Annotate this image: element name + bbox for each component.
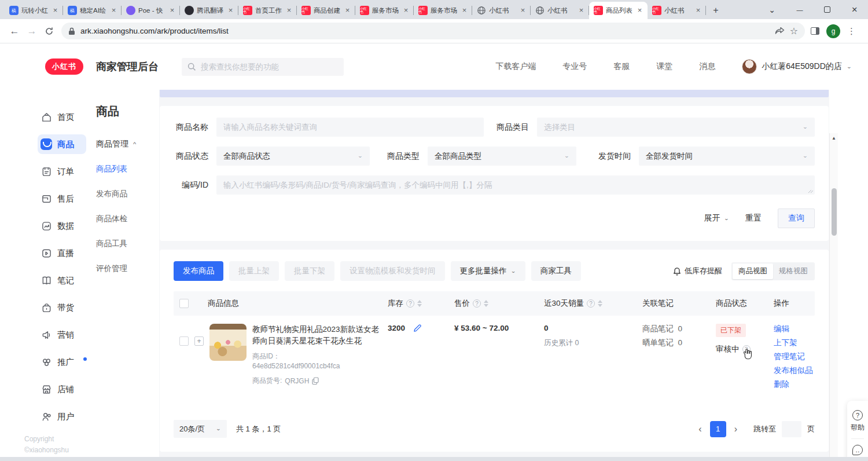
- expand-row-icon[interactable]: +: [194, 336, 204, 346]
- reset-button[interactable]: 重置: [745, 213, 762, 224]
- share-icon[interactable]: [775, 27, 785, 35]
- merchant-tools-button[interactable]: 商家工具: [531, 261, 581, 281]
- batch-off-shelf-button[interactable]: 批量下架: [285, 261, 334, 281]
- submenu-group-product-management[interactable]: 商品管理^: [96, 139, 159, 149]
- nav-customer-service[interactable]: 客服: [613, 61, 630, 72]
- nav-classroom[interactable]: 课堂: [656, 61, 672, 72]
- copy-icon[interactable]: [312, 377, 319, 385]
- nav-professional-account[interactable]: 专业号: [562, 61, 587, 72]
- scroll-up-icon[interactable]: ▲: [832, 136, 836, 141]
- category-select[interactable]: 选择类目 ⌄: [537, 118, 815, 137]
- forward-icon[interactable]: →: [23, 23, 41, 40]
- tab-close-icon[interactable]: ×: [518, 6, 527, 15]
- logistics-template-button[interactable]: 设置物流模板和发货时间: [340, 261, 445, 281]
- shipping-time-select[interactable]: 全部发货时间 ⌄: [639, 147, 815, 166]
- help-icon[interactable]: ?: [587, 299, 595, 308]
- bookmark-star-icon[interactable]: ☆: [790, 25, 798, 36]
- browser-tab[interactable]: 稿玩转小红×: [5, 2, 63, 19]
- help-icon[interactable]: ?: [406, 299, 414, 308]
- product-title[interactable]: 教师节礼物实用礼品2023新款送女老师向日葵满天星花束干花永生花: [252, 324, 380, 347]
- search-input[interactable]: [201, 63, 338, 71]
- new-tab-button[interactable]: +: [708, 3, 723, 18]
- product-name-field[interactable]: [216, 118, 484, 137]
- code-id-input[interactable]: [223, 181, 808, 189]
- sidebar-item-aftersale[interactable]: 售后: [41, 189, 84, 208]
- sidebar-item-carry-goods[interactable]: 带货: [41, 298, 84, 317]
- status-select[interactable]: 全部商品状态 ⌄: [216, 147, 370, 166]
- page-scrollbar[interactable]: ▲: [829, 133, 838, 461]
- edit-stock-pencil-icon[interactable]: [413, 324, 422, 332]
- browser-tab[interactable]: 小红书服务市场×: [355, 2, 414, 19]
- sidebar-item-home[interactable]: 首页: [41, 107, 84, 127]
- tab-close-icon[interactable]: ×: [109, 6, 118, 15]
- side-panel-icon[interactable]: [811, 27, 819, 35]
- low-stock-alert-button[interactable]: 低库存提醒: [673, 266, 722, 276]
- current-page-button[interactable]: 1: [710, 421, 726, 437]
- browser-tab[interactable]: 腾讯翻译×: [180, 2, 238, 19]
- sidebar-item-live[interactable]: 直播: [41, 243, 84, 263]
- publish-product-button[interactable]: 发布商品: [174, 261, 223, 281]
- tab-close-icon[interactable]: ×: [402, 6, 410, 15]
- more-batch-actions-button[interactable]: 更多批量操作⌄: [451, 261, 525, 281]
- minimize-icon[interactable]: —: [797, 6, 803, 13]
- resize-grip-icon[interactable]: [808, 188, 813, 193]
- sidebar-item-notes[interactable]: 笔记: [41, 270, 84, 290]
- next-page-icon[interactable]: ›: [732, 424, 740, 434]
- sidebar-item-data[interactable]: 数据: [41, 216, 84, 236]
- action-toggle-shelf[interactable]: 上下架: [774, 338, 815, 348]
- browser-tab-active[interactable]: 小红书商品列表×: [589, 2, 648, 19]
- sort-icon[interactable]: [484, 300, 488, 307]
- action-manage-notes[interactable]: 管理笔记: [774, 352, 815, 362]
- action-delete[interactable]: 删除: [774, 379, 815, 390]
- tab-close-icon[interactable]: ×: [460, 6, 469, 15]
- tab-close-icon[interactable]: ×: [168, 6, 176, 15]
- product-view-tab[interactable]: 商品视图: [733, 264, 773, 279]
- submenu-item-product-checkup[interactable]: 商品体检: [96, 214, 159, 224]
- tab-close-icon[interactable]: ×: [694, 6, 703, 15]
- browser-tab[interactable]: Poe - 快×: [122, 2, 180, 19]
- nav-messages[interactable]: 消息: [699, 61, 715, 72]
- submenu-item-publish-product[interactable]: 发布商品: [96, 189, 159, 199]
- window-close-icon[interactable]: ×: [852, 4, 858, 16]
- sort-icon[interactable]: [417, 300, 422, 307]
- prev-page-icon[interactable]: ‹: [696, 424, 704, 434]
- query-button[interactable]: 查询: [778, 208, 815, 228]
- tab-close-icon[interactable]: ×: [226, 6, 235, 15]
- submenu-item-product-tools[interactable]: 商品工具: [96, 239, 159, 249]
- product-name-input[interactable]: [223, 123, 477, 131]
- help-icon[interactable]: ?: [473, 299, 481, 308]
- shop-account-menu[interactable]: 小红薯64E509DD的店 ⌄: [742, 59, 852, 74]
- row-checkbox[interactable]: [179, 336, 189, 346]
- browser-tab[interactable]: 小红书商品创建×: [297, 2, 355, 19]
- submenu-item-review-management[interactable]: 评价管理: [96, 264, 159, 274]
- tab-close-icon[interactable]: ×: [343, 6, 352, 15]
- sort-icon[interactable]: [598, 300, 602, 307]
- jump-page-input[interactable]: [782, 421, 801, 437]
- tab-close-icon[interactable]: ×: [635, 6, 644, 15]
- product-image[interactable]: [209, 324, 247, 361]
- submenu-item-product-list[interactable]: 商品列表: [96, 164, 159, 174]
- nav-download-client[interactable]: 下载客户端: [495, 61, 536, 72]
- sidebar-item-users[interactable]: 用户: [41, 407, 84, 426]
- back-icon[interactable]: ←: [6, 23, 23, 40]
- scrollbar-thumb[interactable]: [832, 188, 837, 236]
- sidebar-item-marketing[interactable]: 营销: [41, 325, 84, 345]
- reload-icon[interactable]: [41, 23, 58, 40]
- tab-close-icon[interactable]: ×: [285, 6, 293, 15]
- tab-close-icon[interactable]: ×: [51, 6, 60, 15]
- help-button[interactable]: ?帮助: [851, 407, 865, 436]
- type-select[interactable]: 全部商品类型 ⌄: [428, 147, 576, 166]
- tab-close-icon[interactable]: ×: [577, 6, 586, 15]
- sidebar-item-goods[interactable]: 商品: [38, 134, 86, 154]
- browser-tab[interactable]: 小红书小红书×: [648, 2, 706, 19]
- browser-tab[interactable]: 小红书×: [472, 2, 531, 19]
- address-bar[interactable]: ark.xiaohongshu.com/ark/product/items/li…: [61, 23, 805, 39]
- maximize-icon[interactable]: [824, 6, 830, 13]
- action-publish-similar[interactable]: 发布相似品: [774, 365, 815, 376]
- browser-profile-avatar[interactable]: g: [826, 24, 840, 38]
- browser-tab[interactable]: 小红书×: [531, 2, 589, 19]
- action-edit[interactable]: 编辑: [774, 324, 815, 334]
- sidebar-item-orders[interactable]: 订单: [41, 162, 84, 181]
- xiaohongshu-logo[interactable]: 小红书: [45, 58, 83, 75]
- expand-filters-button[interactable]: 展开⌄: [704, 213, 729, 224]
